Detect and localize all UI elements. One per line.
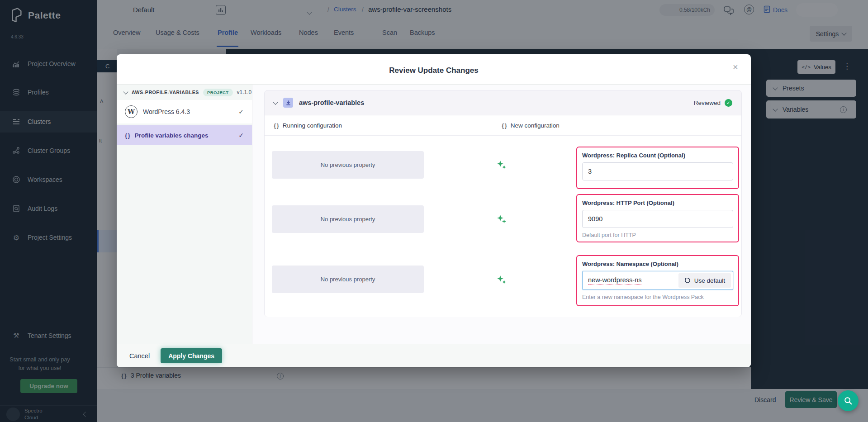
apply-changes-button[interactable]: Apply Changes	[161, 348, 222, 363]
use-default-button[interactable]: Use default	[678, 273, 731, 288]
http-port-helper: Default port for HTTP	[582, 232, 733, 238]
history-icon	[684, 277, 691, 284]
new-value-sparkle-icon	[496, 275, 507, 285]
modal-left-panel: AWS-PROFILE-VARIABLES PROJECT v1.1.0 W W…	[117, 84, 252, 353]
replica-count-input[interactable]	[582, 162, 733, 180]
braces-icon: { }	[502, 122, 507, 129]
screen: Default / Clusters / aws-profile-var-scr…	[0, 0, 868, 422]
magnifier-icon	[844, 396, 853, 405]
running-config-column-header: { } Running configuration	[274, 115, 342, 135]
pack-changes-card: aws-profile-variables Reviewed ✓ { } Run…	[264, 90, 742, 317]
namespace-input[interactable]: new-wordpress-ns Use default	[582, 271, 733, 290]
config-diff-body: { } Running configuration { } New config…	[265, 115, 741, 317]
braces-icon: { }	[125, 132, 130, 139]
namespace-label: Wordpress: Namespace (Optional)	[582, 261, 733, 267]
http-port-label: Wordpress: HTTP Port (Optional)	[582, 199, 733, 206]
http-port-input[interactable]	[582, 210, 733, 228]
modal-title: Review Update Changes	[117, 66, 751, 75]
new-value-sparkle-icon	[496, 160, 507, 171]
profile-version: v1.1.0	[237, 89, 252, 95]
replica-count-field-group: Wordpress: Replica Count (Optional)	[576, 147, 739, 189]
close-icon[interactable]: ×	[733, 62, 738, 71]
http-port-field-group: Wordpress: HTTP Port (Optional) Default …	[576, 194, 739, 242]
modal-content: aws-profile-variables Reviewed ✓ { } Run…	[252, 84, 751, 353]
project-badge: PROJECT	[203, 89, 233, 96]
new-value-sparkle-icon	[496, 214, 507, 225]
pack-chevron-icon	[273, 100, 278, 104]
no-previous-property: No previous property	[272, 151, 424, 179]
cancel-button[interactable]: Cancel	[129, 352, 150, 360]
pack-icon	[283, 98, 293, 108]
modal-footer: Cancel Apply Changes	[117, 344, 751, 367]
pack-item-profile-variables[interactable]: { } Profile variables changes ✓	[117, 125, 252, 145]
namespace-helper: Enter a new namespace for the Wordpress …	[582, 294, 733, 300]
replica-count-label: Wordpress: Replica Count (Optional)	[582, 152, 733, 159]
review-update-changes-modal: Review Update Changes × AWS-PROFILE-VARI…	[117, 54, 751, 367]
pack-card-header[interactable]: aws-profile-variables Reviewed ✓	[265, 90, 741, 115]
check-icon: ✓	[238, 132, 244, 139]
pack-item-wordpress[interactable]: W WordPress 6.4.3 ✓	[117, 100, 252, 123]
wordpress-logo-icon: W	[125, 105, 138, 118]
new-config-column-header: { } New configuration	[502, 115, 560, 135]
braces-icon: { }	[274, 122, 279, 129]
no-previous-property: No previous property	[272, 205, 424, 233]
reviewed-check-icon: ✓	[725, 99, 732, 107]
profile-name: AWS-PROFILE-VARIABLES	[132, 90, 199, 95]
namespace-value[interactable]: new-wordpress-ns	[588, 276, 641, 284]
check-icon: ✓	[238, 108, 244, 115]
reviewed-status: Reviewed ✓	[694, 99, 732, 107]
namespace-field-group: Wordpress: Namespace (Optional) new-word…	[576, 255, 739, 306]
no-previous-property: No previous property	[272, 266, 424, 293]
profile-header[interactable]: AWS-PROFILE-VARIABLES PROJECT v1.1.0	[117, 85, 252, 100]
help-fab[interactable]	[838, 390, 859, 411]
column-divider	[265, 135, 741, 136]
profile-chevron-icon	[123, 89, 128, 94]
